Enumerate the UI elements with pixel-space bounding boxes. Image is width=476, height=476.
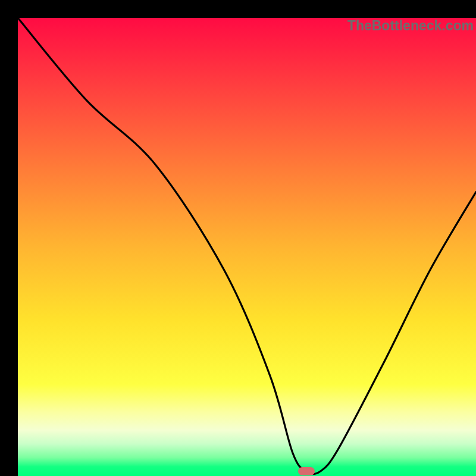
bottleneck-curve	[18, 18, 476, 476]
chart-frame: TheBottleneck.com	[0, 0, 476, 476]
optimal-point-marker	[298, 467, 315, 475]
chart-gradient-background: TheBottleneck.com	[18, 18, 476, 476]
